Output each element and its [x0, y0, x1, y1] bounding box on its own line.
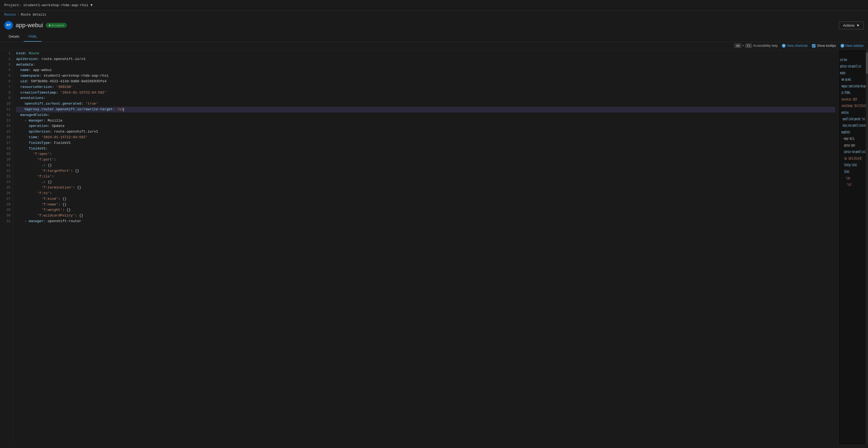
ln-1: 1	[2, 51, 10, 57]
line-24: .: {}	[16, 179, 835, 185]
view-sidebar-label: View sidebar	[845, 44, 864, 47]
svg-text:namespace: student1-workshop-r: namespace: student1-workshop-rhde-aap-rh…	[841, 83, 868, 88]
minimap-scrollbar-thumb[interactable]	[866, 53, 868, 74]
svg-text:haproxy.router.openshift.io/re: haproxy.router.openshift.io/rewrite-targ…	[843, 123, 868, 128]
svg-text:metadata:: metadata:	[840, 70, 846, 75]
show-tooltips-checkbox[interactable]	[812, 44, 815, 47]
ln-13: 13	[2, 118, 10, 124]
svg-text:fieldsV1:: fieldsV1:	[844, 169, 850, 173]
ln-28: 28	[2, 202, 10, 208]
line-28: 'f:name': {}	[16, 202, 835, 208]
resource-name: app-webui	[16, 22, 43, 29]
code-content[interactable]: kind: Route apiVersion: route.openshift.…	[13, 50, 838, 444]
line-10: openshift.io/host.generated: 'true'	[16, 101, 835, 107]
alt-key: Alt	[735, 43, 741, 48]
view-sidebar-icon: i	[841, 44, 844, 47]
line-9: annotations:	[16, 96, 835, 101]
svg-text:'f:spec':: 'f:spec':	[845, 176, 851, 180]
ln-27: 27	[2, 196, 10, 202]
svg-text:managedFields:: managedFields:	[841, 130, 850, 134]
tab-details[interactable]: Details	[4, 32, 24, 42]
ln-14: 14	[2, 124, 10, 129]
ln-31: 31	[2, 219, 10, 224]
breadcrumb-routes-link[interactable]: Routes	[4, 13, 16, 17]
f1-key: F1	[745, 43, 752, 48]
minimap-scrollbar[interactable]	[866, 50, 868, 444]
show-tooltips-label: Show tooltips	[817, 44, 836, 47]
keyboard-hint: Alt + F1 Accessibility help	[735, 43, 778, 48]
project-selector[interactable]: Project: student1-workshop-rhde-aap-rhsi…	[4, 3, 93, 7]
ln-20: 20	[2, 157, 10, 163]
ln-5: 5	[2, 73, 10, 79]
actions-label: Actions	[843, 24, 855, 27]
ln-24: 24	[2, 179, 10, 185]
accessibility-label: Accessibility help	[753, 44, 778, 47]
ln-6: 6	[2, 79, 10, 84]
breadcrumb-current: Route details	[21, 13, 46, 17]
view-shortcuts-link[interactable]: ? View shortcuts	[782, 44, 808, 47]
svg-text:time: '2024-01-15T22:04:50Z': time: '2024-01-15T22:04:50Z'	[844, 156, 862, 160]
svg-text:resourceVersion: '308230': resourceVersion: '308230'	[841, 97, 858, 101]
ln-23: 23	[2, 174, 10, 180]
line-6: uid: 59f3b96b-4522-413d-9d88-9e8266935fe…	[16, 79, 835, 84]
line-23: 'f:tls':	[16, 174, 835, 180]
line-20: 'f:port':	[16, 157, 835, 163]
project-label: Project: student1-workshop-rhde-aap-rhsi	[4, 3, 88, 7]
ln-12: 12	[2, 112, 10, 118]
ln-8: 8	[2, 90, 10, 96]
breadcrumb: Routes › Route details	[0, 11, 868, 19]
line-3: metadata:	[16, 62, 835, 68]
line-1: kind: Route	[16, 51, 835, 57]
avatar: RT	[4, 21, 13, 30]
line-2: apiVersion: route.openshift.io/v1	[16, 57, 835, 62]
svg-text:operation: Update: operation: Update	[844, 143, 855, 147]
ln-16: 16	[2, 135, 10, 140]
line-13: - manager: Mozilla	[16, 118, 835, 124]
svg-text:openshift.io/host.generated: ': openshift.io/host.generated: 'true'	[843, 116, 865, 121]
project-dropdown-arrow[interactable]: ▼	[90, 3, 93, 7]
ln-30: 30	[2, 213, 10, 219]
ln-29: 29	[2, 207, 10, 213]
top-bar: Project: student1-workshop-rhde-aap-rhsi…	[0, 0, 868, 11]
view-shortcuts-label: View shortcuts	[787, 44, 808, 47]
ln-10: 10	[2, 101, 10, 107]
line-numbers: 1 2 3 4 5 6 7 8 9 10 11 12 13 14 15 16 1…	[0, 50, 13, 444]
ln-7: 7	[2, 84, 10, 90]
breadcrumb-separator: ›	[18, 13, 20, 16]
actions-button[interactable]: Actions ▼	[839, 22, 864, 29]
status-dot	[49, 25, 51, 26]
tabs-bar: Details YAML	[0, 32, 868, 42]
show-tooltips-area[interactable]: Show tooltips	[812, 44, 836, 47]
svg-text:fieldsType: FieldsV1: fieldsType: FieldsV1	[844, 163, 857, 167]
ln-19: 19	[2, 151, 10, 157]
plus-sep: +	[742, 44, 744, 47]
svg-text:creationTimestamp: '2024-01-15: creationTimestamp: '2024-01-15T22:04:50Z…	[841, 103, 868, 108]
line-22: 'f:targetPort': {}	[16, 168, 835, 174]
svg-text:apiVersion: route.openshift.io: apiVersion: route.openshift.io/v1	[840, 64, 861, 68]
status-text: Accepted	[52, 24, 64, 27]
view-shortcuts-icon: ?	[782, 44, 786, 47]
ln-3: 3	[2, 62, 10, 68]
line-29: 'f:weight': {}	[16, 207, 835, 213]
line-26: 'f:to':	[16, 191, 835, 196]
resource-title-area: RT app-webui Accepted	[4, 21, 67, 30]
ln-15: 15	[2, 129, 10, 135]
ln-2: 2	[2, 57, 10, 62]
line-27: 'f:kind': {}	[16, 196, 835, 202]
tab-yaml[interactable]: YAML	[24, 32, 41, 42]
line-30: 'f:wildcardPolicy': {}	[16, 213, 835, 219]
view-sidebar-link[interactable]: i View sidebar	[841, 44, 864, 47]
svg-text:- manager: Mozilla: - manager: Mozilla	[843, 136, 854, 141]
line-15: apiVersion: route.openshift.io/v1	[16, 129, 835, 135]
minimap-svg: kind: Route apiVersion: route.openshift.…	[839, 50, 868, 444]
resource-header: RT app-webui Accepted Actions ▼	[0, 19, 868, 32]
line-21: .: {}	[16, 163, 835, 168]
line-16: time: '2024-01-15T22:04:50Z'	[16, 135, 835, 140]
line-31: - manager: openshift-router	[16, 219, 835, 224]
ln-11: 11	[2, 107, 10, 112]
line-5: namespace: student1-workshop-rhde-aap-rh…	[16, 73, 835, 79]
ln-17: 17	[2, 140, 10, 146]
code-editor: 1 2 3 4 5 6 7 8 9 10 11 12 13 14 15 16 1…	[0, 50, 868, 444]
editor-container: Alt + F1 Accessibility help ? View short…	[0, 42, 868, 444]
editor-toolbar: Alt + F1 Accessibility help ? View short…	[0, 42, 868, 50]
